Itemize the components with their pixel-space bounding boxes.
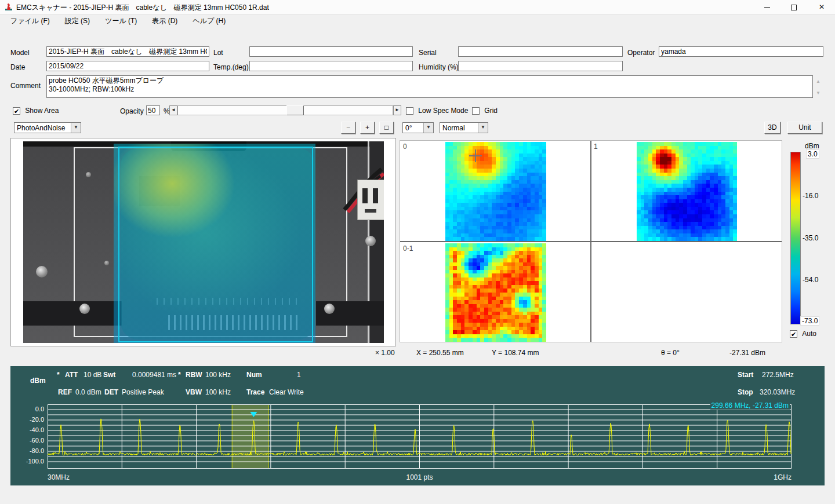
- show-area-checkbox-box: ✔: [13, 107, 20, 115]
- zoom-in-button[interactable]: +: [360, 122, 375, 134]
- window-title: EMCスキャナー - 2015-JIEP-H 裏面 cableなし 磁界測定 1…: [16, 3, 269, 13]
- angle-value: 0°: [403, 124, 423, 132]
- menu-help[interactable]: ヘルプ (H): [189, 15, 229, 27]
- date-label: Date: [10, 63, 25, 71]
- restore-button[interactable]: [785, 2, 803, 12]
- cursor-x-readout: X = 250.55 mm: [416, 349, 464, 357]
- chevron-down-icon: ▼: [423, 123, 433, 133]
- auto-checkbox[interactable]: ✔ Auto: [790, 330, 816, 338]
- det-label: DET: [104, 388, 118, 396]
- scan-area-rect[interactable]: [118, 147, 313, 342]
- serial-field[interactable]: [458, 46, 623, 57]
- y-tick-label: -60.0: [17, 437, 44, 444]
- menu-tools[interactable]: ツール (T): [101, 15, 140, 27]
- low-spec-label: Low Spec Mode: [418, 107, 468, 115]
- opacity-field[interactable]: [146, 105, 160, 115]
- ref-value: 0.0 dBm: [75, 388, 101, 396]
- num-label: Num: [246, 371, 262, 379]
- colorbar-tick: -54.0: [803, 276, 818, 284]
- close-icon: ✕: [819, 3, 825, 11]
- x-stop-label: 1GHz: [48, 473, 792, 481]
- opacity-slider-right-arrow[interactable]: ►: [393, 105, 401, 115]
- grid-checkbox-box: [472, 107, 480, 115]
- menu-settings[interactable]: 設定 (S): [61, 15, 93, 27]
- comment-field[interactable]: probe HC050 水平磁界5mmプローブ 30-1000MHz; RBW:…: [46, 75, 813, 98]
- rbw-value: 100 kHz: [205, 371, 231, 379]
- trace-label: Trace: [246, 388, 264, 396]
- fit-rect-button[interactable]: □: [379, 122, 394, 134]
- stop-label: Stop: [738, 388, 753, 396]
- y-tick-label: -80.0: [17, 447, 44, 454]
- grid-divider-horizontal: [400, 241, 782, 242]
- spectrum-unit-label: dBm: [30, 377, 46, 385]
- menu-file[interactable]: ファイル (F): [7, 15, 53, 27]
- screw-icon: [79, 304, 90, 314]
- left-bracket: [23, 301, 122, 326]
- num-value: 1: [297, 371, 301, 379]
- att-star: *: [57, 371, 60, 379]
- temp-field[interactable]: [249, 61, 413, 71]
- comment-scroll-down-icon[interactable]: ▼: [816, 91, 821, 96]
- zoom-out-button[interactable]: −: [341, 122, 355, 134]
- menu-view[interactable]: 表示 (D): [148, 15, 181, 27]
- opacity-slider-thumb[interactable]: [286, 105, 304, 115]
- spectrum-plot[interactable]: [48, 404, 792, 469]
- vbw-label: VBW: [186, 388, 202, 396]
- spectrum-panel: dBm * ATT 10 dB Swt 0.0009481 ms * RBW 1…: [10, 366, 825, 485]
- close-button[interactable]: ✕: [813, 2, 830, 12]
- model-label: Model: [10, 49, 30, 57]
- swt-value: 0.0009481 ms: [132, 371, 176, 379]
- opacity-slider-left-arrow[interactable]: ◄: [169, 105, 177, 115]
- grid-label: Grid: [484, 107, 498, 115]
- operator-field[interactable]: [659, 46, 823, 57]
- lot-label: Lot: [213, 49, 223, 57]
- crosshair-icon: [469, 149, 482, 162]
- trace-value: Clear Write: [269, 388, 304, 396]
- title-bar: EMCスキャナー - 2015-JIEP-H 裏面 cableなし 磁界測定 1…: [0, 0, 835, 14]
- rbw-label: RBW: [186, 371, 202, 379]
- heatmap-0-1[interactable]: [445, 243, 546, 342]
- temp-label: Temp.(deg): [213, 63, 249, 71]
- level-readout: -27.31 dBm: [729, 349, 765, 357]
- grid-checkbox[interactable]: Grid: [472, 107, 498, 115]
- serial-label: Serial: [419, 49, 437, 57]
- panel0-label: 0: [403, 143, 407, 151]
- ref-label: REF: [58, 388, 72, 396]
- vbw-value: 100 kHz: [205, 388, 231, 396]
- minimize-button[interactable]: [758, 2, 776, 12]
- comment-label: Comment: [10, 82, 41, 90]
- y-tick-label: -20.0: [17, 416, 44, 423]
- emc-scanner-window: EMCスキャナー - 2015-JIEP-H 裏面 cableなし 磁界測定 1…: [0, 0, 835, 504]
- start-label: Start: [738, 371, 753, 379]
- scanner-photo[interactable]: [23, 141, 384, 343]
- angle-select[interactable]: 0° ▼: [402, 122, 434, 133]
- app-icon: [5, 3, 13, 12]
- colorbar-tick-max: 3.0: [806, 149, 819, 159]
- screw-icon: [86, 172, 91, 177]
- att-label: ATT: [65, 371, 78, 379]
- stop-value: 320.03MHz: [760, 388, 795, 396]
- model-field[interactable]: [46, 46, 209, 57]
- trace-mode-select[interactable]: Normal ▼: [440, 122, 488, 133]
- chevron-down-icon: ▼: [478, 123, 488, 133]
- humidity-label: Humidity (%): [419, 63, 459, 71]
- heatmap-1[interactable]: [637, 142, 737, 241]
- screw-icon: [324, 304, 335, 314]
- show-area-checkbox[interactable]: ✔ Show Area: [13, 107, 59, 115]
- colorbar-tick-min: -73.0: [800, 316, 819, 326]
- 3d-button[interactable]: 3D: [764, 122, 780, 134]
- humidity-field[interactable]: [458, 61, 623, 71]
- det-value: Positive Peak: [122, 388, 164, 396]
- date-field[interactable]: [46, 61, 209, 71]
- att-value: 10 dB: [84, 371, 101, 379]
- opacity-slider-track[interactable]: [177, 105, 393, 115]
- heatmap-0[interactable]: [445, 142, 546, 241]
- marker-readout: 299.66 MHz, -27.31 dBm: [710, 401, 790, 410]
- display-mode-select[interactable]: PhotoAndNoise ▼: [14, 122, 81, 133]
- panel01-label: 0-1: [403, 244, 413, 253]
- low-spec-checkbox[interactable]: Low Spec Mode: [406, 107, 468, 115]
- unit-button[interactable]: Unit: [787, 122, 822, 134]
- lot-field[interactable]: [249, 46, 413, 57]
- comment-scroll-up-icon[interactable]: ▲: [816, 79, 821, 84]
- panel1-label: 1: [594, 143, 598, 151]
